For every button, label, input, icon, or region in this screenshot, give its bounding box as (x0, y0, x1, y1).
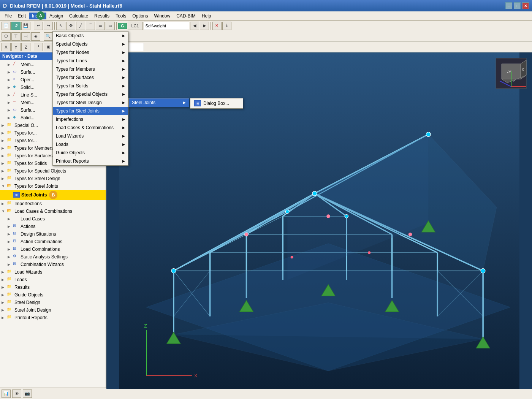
close-button[interactable]: ✕ (522, 2, 529, 9)
menu-calculate[interactable]: Calculate (66, 13, 91, 19)
tb-surface[interactable]: ▭ (106, 22, 115, 30)
toolbar-row-1: 📄 ↺ 💾 ↩ ↪ ↖ ✥ ╱ ⌒ ═ ▭ G LC1 Self-weight … (0, 21, 532, 31)
menu-edit[interactable]: Edit (15, 13, 29, 19)
menu-dialog-box[interactable]: ⊞ Dialog Box... (190, 98, 243, 108)
svg-text:X: X (522, 68, 524, 71)
nav-item-imperfections[interactable]: ▶ 📁 Imperfections (0, 200, 106, 207)
menu-help[interactable]: Help (199, 13, 214, 19)
menu-types-members[interactable]: Types for Members▶ (53, 65, 128, 73)
titlebar-controls[interactable]: − □ ✕ (505, 2, 529, 9)
menu-basic-objects[interactable]: Basic Objects▶ (53, 32, 128, 40)
tb-display[interactable]: ⋮ (34, 43, 43, 51)
tb-member[interactable]: ═ (96, 22, 105, 30)
nav-item-lcc[interactable]: ▼ 📂 Load Cases & Combinations (0, 207, 106, 215)
nav-item-load-wizards[interactable]: ▶ 📁 Load Wizards (0, 268, 106, 276)
tb-redo[interactable]: ↪ (44, 22, 53, 30)
tb-undo[interactable]: ↩ (34, 22, 43, 30)
menubar: File Edit Insert Assign Calculate Result… (0, 11, 532, 21)
insert-menu: Basic Objects▶ Special Objects▶ Types fo… (52, 31, 128, 166)
lc-next[interactable]: ▶ (200, 22, 209, 30)
nav-item-types-steel-joints[interactable]: ▼ 📂 Types for Steel Joints (0, 182, 106, 190)
menu-guide-objects[interactable]: Guide Objects▶ (53, 149, 128, 157)
dialog-submenu: ⊞ Dialog Box... (190, 98, 243, 109)
tb-save[interactable]: 💾 (21, 22, 30, 30)
app-title: Dlubal RFEM | 6.01.0019 | Model - Stahl … (10, 3, 122, 9)
minimize-button[interactable]: − (505, 2, 512, 9)
menu-tools[interactable]: Tools (112, 13, 129, 19)
nav-item-loads[interactable]: ▶ 📁 Loads (0, 276, 106, 283)
menu-cad-bim[interactable]: CAD-BIM (173, 13, 199, 19)
tb-info[interactable]: ℹ (222, 22, 231, 30)
nav-item-load-comb[interactable]: ▶ ⊟ Load Combinations (0, 245, 106, 253)
menu-printout-reports[interactable]: Printout Reports▶ (53, 157, 128, 165)
menu-options[interactable]: Options (129, 13, 151, 19)
svg-point-44 (312, 191, 317, 196)
tb-view-top[interactable]: ⊤ (11, 32, 21, 41)
nav-footer: 📊 👁 📷 (0, 388, 106, 389)
tb-wire[interactable]: ▣ (44, 43, 53, 51)
tb-delete[interactable]: ✕ (212, 22, 222, 30)
tb-open[interactable]: ↺ (11, 22, 21, 30)
nav-item-types-steel-design[interactable]: ▶ 📁 Types for Steel Design (0, 175, 106, 182)
menu-assign[interactable]: Assign (46, 13, 66, 19)
tb-view-front[interactable]: ⊣ (21, 32, 30, 41)
lc-prev[interactable]: ◀ (190, 22, 199, 30)
nav-item-steel-design[interactable]: ▶ 📁 Steel Design (0, 299, 106, 306)
tb-view-iso[interactable]: ⬡ (2, 32, 11, 41)
tb-zoom-in[interactable]: 🔍 (44, 32, 53, 41)
menu-imperfections[interactable]: Imperfections▶ (53, 115, 128, 124)
menu-types-steel-joints[interactable]: Types for Steel Joints▶ (53, 107, 128, 115)
sep5 (42, 33, 42, 40)
menu-types-surfaces[interactable]: Types for Surfaces▶ (53, 73, 128, 82)
menu-lcc[interactable]: Load Cases & Combinations▶ (53, 124, 128, 132)
svg-point-49 (345, 214, 348, 218)
nav-item-static-analysis[interactable]: ▶ ⚙ Static Analysis Settings (0, 253, 106, 261)
tb-arc[interactable]: ⌒ (86, 22, 95, 30)
tb-move[interactable]: ✥ (66, 22, 75, 30)
menu-types-nodes[interactable]: Types for Nodes▶ (53, 48, 128, 57)
svg-point-50 (245, 233, 249, 236)
svg-point-46 (426, 132, 431, 137)
titlebar-left: D Dlubal RFEM | 6.01.0019 | Model - Stah… (3, 3, 122, 9)
badge-b: B (49, 191, 57, 199)
tb-line[interactable]: ╱ (76, 22, 85, 30)
menu-loads[interactable]: Loads▶ (53, 140, 128, 149)
tb-render[interactable]: ◈ (31, 32, 40, 41)
submenu-steel-joints[interactable]: Steel Joints▶ (129, 98, 189, 107)
menu-types-solids[interactable]: Types for Solids▶ (53, 82, 128, 90)
svg-point-47 (285, 210, 289, 214)
tb-new[interactable]: 📄 (2, 22, 11, 30)
tb-x-axis[interactable]: X (2, 43, 11, 51)
nav-item-types-special[interactable]: ▶ 📁 Types for Special Objects (0, 167, 106, 175)
tb-y-axis[interactable]: Y (11, 43, 21, 51)
tb-select[interactable]: ↖ (56, 22, 65, 30)
tb-z-axis[interactable]: Z (21, 43, 30, 51)
sep7 (32, 43, 32, 51)
menu-window[interactable]: Window (151, 13, 174, 19)
lc-number[interactable]: LC1 (128, 22, 143, 30)
svg-point-52 (408, 233, 412, 236)
orientation-cube[interactable]: -Y X -Z (494, 56, 528, 90)
menu-special-objects[interactable]: Special Objects▶ (53, 40, 128, 48)
menu-load-wizards[interactable]: Load Wizards▶ (53, 132, 128, 140)
menu-file[interactable]: File (2, 13, 15, 19)
nav-item-action-comb[interactable]: ▶ ⊟ Action Combinations (0, 238, 106, 245)
nav-item-guide-objects[interactable]: ▶ 📁 Guide Objects (0, 291, 106, 299)
menu-types-steel-design[interactable]: Types for Steel Design▶ (53, 98, 128, 107)
nav-item-comb-wizard[interactable]: ▶ ⊟ Combination Wizards (0, 261, 106, 268)
menu-types-special-objects[interactable]: Types for Special Objects▶ (53, 90, 128, 98)
nav-item-design-sit[interactable]: ▶ ⊟ Design Situations (0, 230, 106, 238)
menu-results[interactable]: Results (91, 13, 112, 19)
nav-item-results[interactable]: ▶ 📁 Results (0, 283, 106, 291)
nav-item-steel-joints[interactable]: ⊞ Steel Joints B (0, 190, 106, 200)
maximize-button[interactable]: □ (514, 2, 521, 9)
nav-item-actions[interactable]: ▶ ⊟ Actions (0, 223, 106, 230)
nav-item-steel-joint-design[interactable]: ▶ 📁 Steel Joint Design (0, 306, 106, 314)
steel-joints-submenu: Steel Joints▶ (128, 98, 189, 107)
lc-name-dropdown[interactable]: Self-weight (144, 22, 189, 30)
sep2 (54, 22, 55, 30)
nav-item-load-cases[interactable]: ▶ ╌ Load Cases (0, 215, 106, 223)
sep4 (211, 22, 211, 30)
menu-types-lines[interactable]: Types for Lines▶ (53, 57, 128, 65)
nav-item-printout[interactable]: ▶ 📁 Printout Reports (0, 314, 106, 321)
